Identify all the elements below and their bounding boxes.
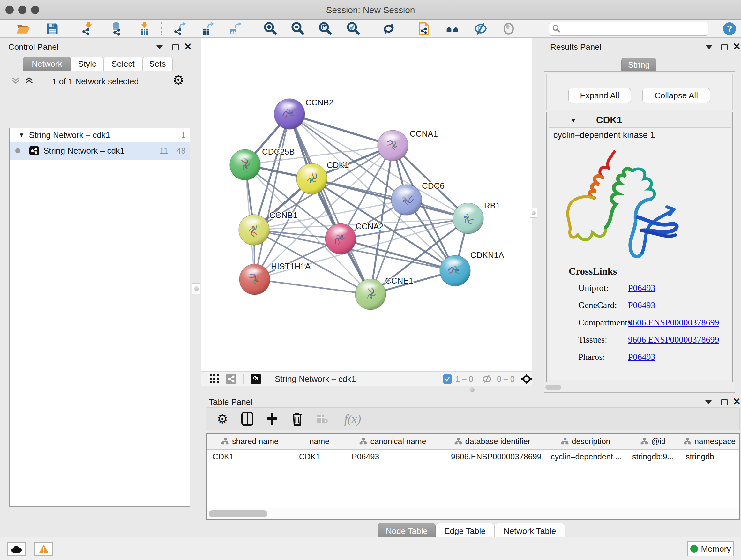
view-button[interactable]	[500, 21, 518, 37]
table-settings-gear-icon[interactable]: ⚙	[215, 412, 229, 426]
splitter-handle[interactable]	[470, 387, 475, 392]
zoom-selected-button[interactable]	[345, 21, 362, 37]
close-panel-icon[interactable]: ✕	[733, 44, 741, 50]
network-collection-row[interactable]: ▼ String Network – cdk1 1	[10, 128, 190, 142]
delete-column-trash-icon[interactable]	[290, 412, 304, 426]
network-edge-HIST1H1A-CCNE1[interactable]	[255, 279, 370, 294]
memory-label: Memory	[701, 544, 731, 554]
node-label-CCNA2: CCNA2	[355, 222, 384, 231]
float-panel-icon[interactable]	[706, 45, 712, 49]
table-row[interactable]: CDK1 CDK1 P06493 9606.ENSP00000378699 cy…	[207, 449, 739, 463]
delete-table-icon[interactable]	[315, 412, 329, 426]
maximize-panel-icon[interactable]	[721, 399, 728, 406]
tab-edge-table[interactable]: Edge Table	[435, 523, 494, 539]
tab-network-table[interactable]: Network Table	[494, 523, 565, 539]
table-hscroll-thumb[interactable]	[209, 510, 267, 517]
crosslink-link[interactable]: 9606.ENSP00000378699	[628, 317, 719, 327]
warning-button[interactable]	[35, 543, 53, 556]
right-splitter-handle[interactable]	[530, 208, 537, 218]
network-edge-CDK1-RB1[interactable]	[312, 179, 468, 219]
network-row-selected[interactable]: String Network – cdk1 11 48	[10, 142, 190, 160]
maximize-panel-icon[interactable]	[721, 44, 728, 51]
save-session-button[interactable]	[44, 21, 61, 37]
column-header[interactable]: @id	[626, 434, 680, 449]
float-panel-icon[interactable]	[156, 45, 163, 49]
help-button[interactable]: ?	[721, 21, 738, 37]
left-splitter-handle[interactable]	[192, 283, 200, 294]
crosslink-link[interactable]: P06493	[628, 283, 656, 293]
grid-view-button[interactable]	[208, 373, 220, 385]
column-header[interactable]: database identifier	[440, 434, 545, 449]
zoom-selected-icon	[347, 22, 360, 36]
cell-id[interactable]: stringdb:9...	[626, 449, 680, 463]
search-box	[549, 22, 709, 36]
collapse-section-icon[interactable]: ▼	[570, 117, 576, 124]
create-column-plus-icon[interactable]	[265, 412, 279, 426]
column-header[interactable]: description	[545, 434, 626, 449]
cell-canonical-name[interactable]: P06493	[346, 449, 440, 463]
zoom-in-button[interactable]	[262, 21, 280, 37]
table-hscrollbar[interactable]	[207, 508, 739, 519]
export-image-button[interactable]	[226, 21, 245, 37]
export-table-button[interactable]	[199, 21, 217, 37]
open-in-window-button[interactable]	[250, 373, 262, 385]
float-panel-icon[interactable]	[705, 400, 712, 404]
cell-name[interactable]: CDK1	[293, 449, 346, 463]
cell-description[interactable]: cyclin–dependent ...	[545, 449, 626, 463]
memory-button[interactable]: Memory	[687, 541, 734, 557]
refresh-button[interactable]	[380, 21, 398, 37]
export-network-button[interactable]	[172, 21, 190, 37]
protein-description: cyclin–dependent kinase 1	[553, 130, 727, 143]
cloud-button[interactable]	[7, 543, 25, 556]
zoom-out-button[interactable]	[289, 21, 307, 37]
network-edge-CCNB2-HIST1H1A[interactable]	[255, 114, 289, 279]
tab-sets[interactable]: Sets	[142, 57, 173, 71]
tab-select[interactable]: Select	[104, 57, 142, 71]
column-header[interactable]: namespace	[680, 434, 739, 449]
network-share-icon	[29, 146, 39, 155]
close-panel-icon[interactable]: ✕	[733, 398, 741, 405]
horizontal-splitter[interactable]	[201, 386, 532, 393]
network-options-gear-icon[interactable]: ⚙	[172, 72, 185, 88]
home-button[interactable]	[444, 21, 461, 37]
tab-node-table[interactable]: Node Table	[378, 523, 435, 539]
results-hscroll-thumb[interactable]	[545, 385, 561, 389]
column-header[interactable]: shared name	[207, 434, 293, 449]
open-session-button[interactable]	[14, 21, 32, 37]
first-neighbors-icon	[417, 22, 431, 36]
homes-icon	[446, 22, 460, 36]
node-label-CCNE1: CCNE1	[385, 276, 413, 286]
crosslink-link[interactable]: 9606.ENSP00000378699	[628, 334, 719, 345]
first-neighbors-button[interactable]	[415, 21, 433, 37]
column-header[interactable]: canonical name	[346, 434, 440, 449]
maximize-panel-icon[interactable]	[172, 44, 179, 51]
selected-checkbox-icon[interactable]	[443, 374, 452, 384]
table-panel-title: Table Panel	[209, 397, 253, 407]
expand-all-button[interactable]: Expand All	[568, 88, 631, 103]
cell-namespace[interactable]: stringdb	[680, 449, 739, 463]
collapse-all-button[interactable]: Collapse All	[643, 88, 710, 103]
import-network-button[interactable]	[80, 21, 98, 37]
import-database-button[interactable]	[107, 21, 125, 37]
search-input[interactable]	[561, 24, 701, 33]
cell-shared-name[interactable]: CDK1	[207, 449, 293, 463]
crosslink-link[interactable]: P06493	[628, 300, 656, 310]
hidden-eye-icon[interactable]	[481, 373, 493, 385]
tree-expander-icon[interactable]: ▼	[18, 132, 24, 138]
network-edge-CCNB2-CCNA1[interactable]	[289, 114, 393, 145]
network-share-view-button[interactable]	[225, 373, 237, 385]
column-header[interactable]: name	[293, 434, 346, 449]
tab-style[interactable]: Style	[71, 57, 104, 71]
hide-selected-button[interactable]	[472, 21, 489, 37]
left-splitter[interactable]	[191, 38, 201, 537]
network-canvas[interactable]: CCNB2CCNA1CDC25BCDK1CDC6RB1CCNB1CCNA2CDK…	[201, 38, 532, 371]
tab-network[interactable]: Network	[23, 57, 71, 71]
show-columns-icon[interactable]	[240, 412, 254, 426]
import-table-button[interactable]	[135, 21, 153, 37]
cell-database-identifier[interactable]: 9606.ENSP00000378699	[440, 449, 545, 463]
function-builder-icon[interactable]: f(x)	[340, 412, 365, 426]
birdseye-toggle-button[interactable]	[521, 373, 533, 385]
zoom-fit-button[interactable]	[317, 21, 334, 37]
tab-string[interactable]: String	[621, 58, 657, 72]
crosslink-link[interactable]: P06493	[628, 352, 656, 362]
